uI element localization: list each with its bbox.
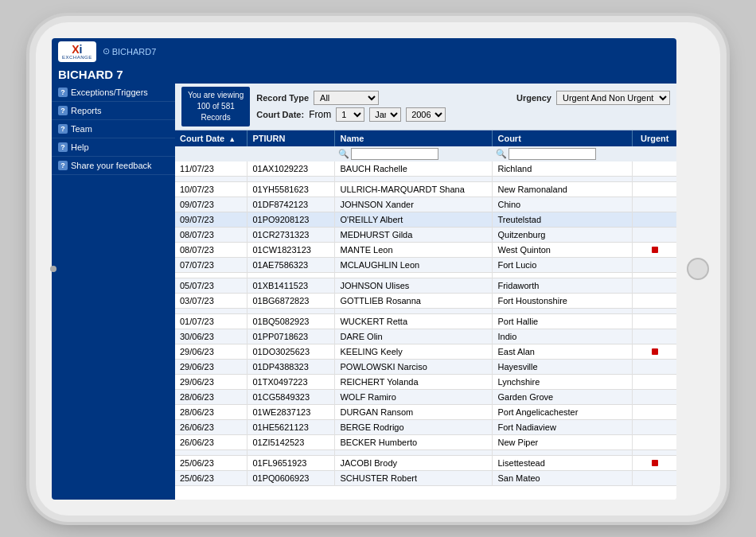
table-row[interactable]: 09/07/2301DF8742123JOHNSON XanderChino — [175, 197, 676, 212]
table-row[interactable]: 09/07/2301PO9208123O'REILLY AlbertTreute… — [175, 212, 676, 227]
logo-exchange: EXCHANGE — [62, 55, 92, 60]
table-row[interactable] — [175, 449, 676, 455]
feedback-icon: ? — [58, 161, 68, 170]
table-row[interactable]: 08/07/2301CR2731323MEDHURST GildaQuitzen… — [175, 227, 676, 242]
table-row[interactable]: 25/06/2301PQ0606923SCHUSTER RobertSan Ma… — [175, 470, 676, 485]
cell-date: 09/07/23 — [175, 197, 247, 212]
court-search-cell: 🔍 — [493, 146, 633, 161]
table-row[interactable]: 30/06/2301PP0718623DARE OlinIndio — [175, 329, 676, 344]
table-row[interactable] — [175, 272, 676, 278]
page-title: BICHARD 7 — [52, 65, 676, 84]
cell-urgent — [633, 197, 676, 212]
col-ptiurn[interactable]: PTIURN — [247, 130, 335, 146]
header-user: ⊙ BICHARD7 — [103, 46, 157, 56]
cell-urgent — [633, 359, 676, 374]
col-name[interactable]: Name — [335, 130, 493, 146]
cell-ptiurn: 01AE7586323 — [247, 257, 335, 272]
table-row[interactable]: 10/07/2301YH5581623ULLRICH-MARQUARDT Sha… — [175, 181, 676, 197]
cell-urgent — [633, 404, 676, 419]
cell-name: DARE Olin — [335, 329, 493, 344]
team-icon: ? — [58, 124, 68, 134]
records-table: Court Date ▲ PTIURN Name C — [175, 130, 676, 486]
table-row[interactable] — [175, 176, 676, 181]
content-area: You are viewing 100 of 581 Records Recor… — [175, 84, 676, 500]
cell-name: BERGE Rodrigo — [335, 419, 493, 434]
sidebar-item-help[interactable]: ? Help — [52, 138, 175, 157]
sort-arrow-date: ▲ — [228, 135, 236, 143]
cell-ptiurn: 01BG6872823 — [247, 293, 335, 308]
table-row[interactable]: 29/06/2301DP4388323POWLOWSKI NarcisoHaye… — [175, 359, 676, 374]
cell-ptiurn: 01HE5621123 — [247, 419, 335, 434]
table-row[interactable]: 11/07/2301AX1029223BAUCH RachelleRichlan… — [175, 161, 676, 177]
table-row[interactable]: 29/06/2301DO3025623KEELING KeelyEast Ala… — [175, 344, 676, 359]
cell-name — [335, 176, 493, 181]
sidebar-item-team[interactable]: ? Team — [52, 120, 175, 138]
cell-ptiurn: 01PQ0606923 — [247, 470, 335, 485]
year-select[interactable]: 2006 — [406, 107, 446, 122]
sidebar-item-exceptions-triggers[interactable]: ? Exceptions/Triggers — [52, 84, 175, 102]
sidebar-item-reports[interactable]: ? Reports — [52, 102, 175, 120]
table-row[interactable]: 28/06/2301WE2837123DURGAN RansomPort Ang… — [175, 404, 676, 419]
cell-date: 08/07/23 — [175, 242, 247, 257]
cell-court: Indio — [493, 329, 633, 344]
cell-ptiurn: 01TX0497223 — [247, 374, 335, 389]
cell-name: O'REILLY Albert — [335, 212, 493, 227]
cell-name: ULLRICH-MARQUARDT Shana — [335, 181, 493, 197]
main-layout: ? Exceptions/Triggers ? Reports ? Team ?… — [52, 84, 676, 500]
col-court[interactable]: Court — [493, 130, 633, 146]
cell-date: 01/07/23 — [175, 313, 247, 329]
sidebar-label-exceptions: Exceptions/Triggers — [71, 88, 148, 97]
cell-name: POWLOWSKI Narciso — [335, 359, 493, 374]
table-row[interactable]: 26/06/2301ZI5142523BECKER HumbertoNew Pi… — [175, 434, 676, 449]
table-row[interactable]: 07/07/2301AE7586323MCLAUGHLIN LeonFort L… — [175, 257, 676, 272]
cell-name: WOLF Ramiro — [335, 389, 493, 404]
cell-date: 07/07/23 — [175, 257, 247, 272]
cell-ptiurn — [247, 176, 335, 181]
table-row[interactable]: 05/07/2301XB1411523JOHNSON UlisesFridawo… — [175, 278, 676, 293]
exceptions-triggers-icon: ? — [58, 88, 68, 97]
name-search-cell: 🔍 — [335, 146, 493, 161]
cell-ptiurn — [247, 308, 335, 313]
table-row[interactable]: 25/06/2301FL9651923JACOBI BrodyLisettest… — [175, 455, 676, 470]
tablet-home-button[interactable] — [687, 258, 709, 280]
name-search-input[interactable] — [351, 148, 438, 160]
table-row[interactable]: 28/06/2301CG5849323WOLF RamiroGarden Gro… — [175, 389, 676, 404]
cell-court — [493, 176, 633, 181]
name-search-icon: 🔍 — [338, 149, 349, 159]
cell-name: MANTE Leon — [335, 242, 493, 257]
cell-ptiurn: 01AX1029223 — [247, 161, 335, 177]
cell-court: Richland — [493, 161, 633, 177]
col-court-date[interactable]: Court Date ▲ — [175, 130, 247, 146]
cell-name: JOHNSON Xander — [335, 197, 493, 212]
cell-ptiurn — [247, 272, 335, 278]
logo-x: X — [72, 44, 79, 55]
cell-court — [493, 308, 633, 313]
table-row[interactable]: 26/06/2301HE5621123BERGE RodrigoFort Nad… — [175, 419, 676, 434]
cell-urgent — [633, 293, 676, 308]
month-select[interactable]: Jan — [369, 107, 401, 122]
cell-court: Treutelstad — [493, 212, 633, 227]
table-row[interactable]: 03/07/2301BG6872823GOTTLIEB RosannaFort … — [175, 293, 676, 308]
table-row[interactable] — [175, 308, 676, 313]
cell-ptiurn: 01ZI5142523 — [247, 434, 335, 449]
table-row[interactable]: 29/06/2301TX0497223REICHERT YolandaLynch… — [175, 374, 676, 389]
sidebar-item-feedback[interactable]: ? Share your feedback — [52, 157, 175, 175]
cell-date: 29/06/23 — [175, 359, 247, 374]
cell-date: 25/06/23 — [175, 470, 247, 485]
col-court-label: Court — [497, 134, 520, 143]
cell-urgent — [633, 176, 676, 181]
viewing-box: You are viewing 100 of 581 Records — [181, 87, 250, 126]
ptiurn-search-cell — [247, 146, 335, 161]
urgency-select[interactable]: Urgent And Non Urgent Urgent Only Non Ur… — [556, 91, 670, 105]
table-wrapper: Court Date ▲ PTIURN Name C — [175, 130, 676, 500]
record-type-select[interactable]: All Exceptions Triggers — [314, 91, 379, 105]
cell-ptiurn: 01DP4388323 — [247, 359, 335, 374]
table-row[interactable]: 01/07/2301BQ5082923WUCKERT RettaPort Hal… — [175, 313, 676, 329]
cell-urgent — [633, 449, 676, 455]
day-select[interactable]: 1 — [336, 107, 364, 122]
court-search-input[interactable] — [509, 148, 596, 160]
cell-court: Lynchshire — [493, 374, 633, 389]
table-search-row: 🔍 🔍 — [175, 146, 676, 161]
cell-urgent — [633, 242, 676, 257]
table-row[interactable]: 08/07/2301CW1823123MANTE LeonWest Quinto… — [175, 242, 676, 257]
